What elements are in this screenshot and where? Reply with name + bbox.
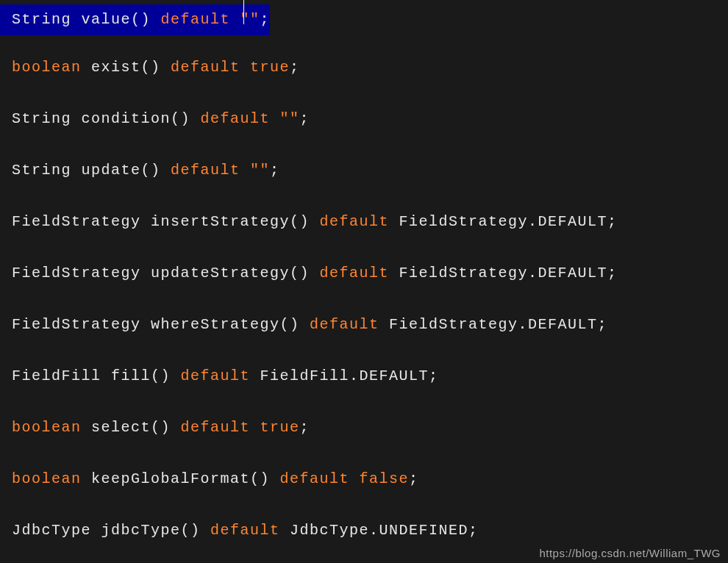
- code-line-8[interactable]: boolean select() default true;: [12, 416, 310, 440]
- token: FieldStrategy.DEFAULT;: [379, 316, 608, 333]
- code-line-5[interactable]: FieldStrategy updateStrategy() default F…: [12, 262, 618, 285]
- token: ;: [300, 419, 310, 436]
- token: default: [181, 419, 260, 436]
- code-line-9[interactable]: boolean keepGlobalFormat() default false…: [12, 467, 419, 491]
- token: FieldStrategy.DEFAULT;: [389, 213, 618, 230]
- token: default: [280, 470, 360, 487]
- token: ;: [409, 470, 419, 487]
- code-line-10[interactable]: JdbcType jdbcType() default JdbcType.UND…: [12, 519, 479, 542]
- token: default: [310, 316, 379, 333]
- token: String condition(): [12, 110, 201, 127]
- token: ;: [290, 59, 300, 76]
- code-line-0[interactable]: String value() default "";: [0, 4, 270, 35]
- token: FieldStrategy whereStrategy(): [12, 316, 310, 333]
- token: FieldFill fill(): [12, 367, 181, 384]
- token: default: [210, 522, 280, 539]
- token: keepGlobalFormat(): [82, 470, 280, 487]
- token: true: [250, 59, 290, 76]
- code-line-7[interactable]: FieldFill fill() default FieldFill.DEFAU…: [12, 365, 439, 388]
- token: FieldStrategy updateStrategy(): [12, 265, 320, 282]
- token: FieldStrategy insertStrategy(): [12, 213, 320, 230]
- token: boolean: [12, 59, 82, 76]
- token: JdbcType.UNDEFINED;: [280, 522, 479, 539]
- token: default: [320, 213, 390, 230]
- token: FieldStrategy.DEFAULT;: [389, 265, 618, 282]
- token: default: [201, 110, 280, 127]
- token: "": [280, 110, 300, 127]
- token: JdbcType jdbcType(): [12, 522, 210, 539]
- token: "": [250, 162, 270, 179]
- code-line-3[interactable]: String update() default "";: [12, 159, 280, 182]
- token: boolean: [12, 470, 82, 487]
- token: false: [360, 470, 410, 487]
- token: String value(): [12, 11, 161, 28]
- token: ;: [260, 11, 271, 28]
- token: ;: [300, 110, 310, 127]
- token: default: [171, 59, 250, 76]
- text-cursor: [243, 0, 244, 24]
- watermark: https://blog.csdn.net/William_TWG: [539, 547, 721, 559]
- token: FieldFill.DEFAULT;: [250, 367, 439, 384]
- code-editor[interactable]: String value() default "";boolean exist(…: [0, 0, 728, 563]
- code-line-2[interactable]: String condition() default "";: [12, 107, 310, 131]
- token: default: [161, 11, 240, 28]
- token: true: [260, 419, 300, 436]
- code-line-6[interactable]: FieldStrategy whereStrategy() default Fi…: [12, 313, 607, 337]
- token: default: [320, 265, 390, 282]
- code-line-1[interactable]: boolean exist() default true;: [12, 56, 300, 79]
- code-line-4[interactable]: FieldStrategy insertStrategy() default F…: [12, 210, 618, 234]
- token: exist(): [82, 59, 171, 76]
- token: select(): [82, 419, 181, 436]
- token: boolean: [12, 419, 82, 436]
- token: ;: [270, 162, 280, 179]
- token: default: [171, 162, 250, 179]
- token: String update(): [12, 162, 171, 179]
- token: default: [181, 367, 251, 384]
